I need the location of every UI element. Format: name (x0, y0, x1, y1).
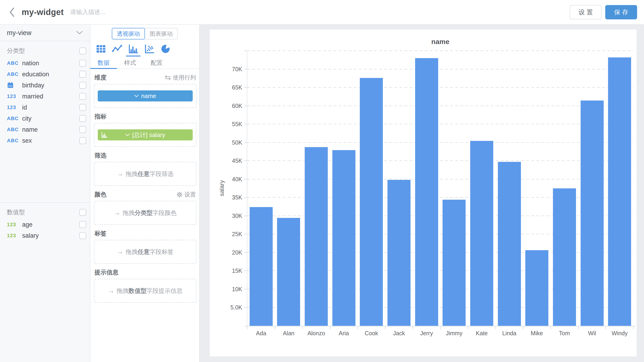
x-axis-label: Aria (330, 330, 358, 337)
filter-section-header: 筛选 (94, 152, 196, 160)
field-checkbox[interactable] (79, 137, 86, 144)
bar-Jack[interactable] (388, 180, 410, 326)
field-item-nation[interactable]: ABCnation (0, 58, 90, 69)
settings-button[interactable]: 设 置 (570, 5, 602, 19)
mode-pivot-drive[interactable]: 透视驱动 (112, 28, 145, 40)
use-rows-cols-action[interactable]: 使用行列 (164, 74, 196, 82)
y-axis-label: 55K (210, 121, 242, 128)
field-checkbox[interactable] (79, 126, 86, 133)
tab-data[interactable]: 数据 (90, 57, 117, 68)
y-axis-line (247, 51, 247, 326)
chart-type-pie[interactable] (160, 44, 171, 56)
filter-dropzone[interactable]: → 拖拽任意字段筛选 (94, 162, 196, 186)
category-select-all-checkbox[interactable] (79, 48, 86, 54)
tab-style[interactable]: 样式 (117, 57, 143, 68)
field-item-age[interactable]: 123age (0, 219, 90, 230)
text-type-icon: ABC (7, 60, 22, 66)
x-axis-tick (358, 326, 358, 329)
metric-dropzone[interactable]: [总计] salary (94, 123, 196, 147)
dimension-dropzone[interactable]: name (94, 84, 196, 108)
chart-type-table[interactable] (96, 44, 106, 56)
metric-pill-salary[interactable]: [总计] salary (98, 129, 193, 140)
bar-Cook[interactable] (360, 78, 383, 326)
y-axis-tick (244, 69, 247, 70)
chart-card: name salary 5.0K10K15K20K25K30K35K40K45K… (210, 30, 636, 356)
x-axis-label: Jack (385, 330, 413, 337)
dimension-pill-name[interactable]: name (98, 90, 193, 102)
chart-type-bar[interactable] (128, 44, 139, 56)
save-button[interactable]: 保 存 (605, 5, 637, 19)
field-checkbox[interactable] (79, 115, 86, 122)
field-checkbox[interactable] (79, 221, 86, 228)
bar-Aria[interactable] (332, 150, 356, 326)
x-axis-label: Mike (523, 330, 551, 337)
x-axis-label: Windy (606, 330, 634, 337)
numeric-type-icon: 123 (7, 233, 22, 239)
color-dropzone[interactable]: → 拖拽分类型字段颜色 (94, 201, 196, 225)
x-axis-tick (302, 326, 303, 329)
gridline (247, 87, 634, 88)
chart-type-line[interactable] (112, 44, 122, 56)
view-selector[interactable]: my-view (0, 25, 90, 41)
bar-Ada[interactable] (250, 207, 273, 326)
numeric-type-icon: 123 (7, 222, 22, 228)
mode-chart-drive[interactable]: 图表驱动 (145, 28, 178, 40)
field-checkbox[interactable] (79, 82, 86, 89)
x-axis-tick (330, 326, 330, 329)
numeric-select-all-checkbox[interactable] (79, 209, 86, 216)
bar-Kate[interactable] (470, 141, 493, 326)
tooltip-dropzone[interactable]: → 拖拽数值型字段提示信息 (94, 279, 196, 303)
x-axis-tick (606, 326, 606, 329)
color-label: 颜色 (94, 190, 106, 198)
field-item-name[interactable]: ABCname (0, 124, 90, 135)
field-label: city (22, 115, 79, 122)
y-axis-tick (244, 142, 247, 143)
field-item-city[interactable]: ABCcity (0, 113, 90, 124)
x-axis-tick (495, 326, 496, 329)
numeric-section-label: 数值型 (7, 208, 79, 216)
field-checkbox[interactable] (79, 60, 86, 67)
bar-Linda[interactable] (498, 162, 521, 326)
field-label: salary (22, 232, 79, 239)
label-dropzone-hint: → 拖拽任意字段标签 (117, 248, 174, 256)
y-axis-tick (244, 179, 247, 180)
field-item-id[interactable]: 123id (0, 102, 90, 113)
field-checkbox[interactable] (79, 93, 86, 100)
field-item-education[interactable]: ABCeducation (0, 69, 90, 80)
field-checkbox[interactable] (79, 71, 86, 78)
field-item-sex[interactable]: ABCsex (0, 135, 90, 146)
field-label: age (22, 221, 79, 228)
y-axis-tick (244, 160, 247, 161)
y-axis-label: 60K (210, 102, 242, 109)
category-section-header: 分类型 (0, 41, 90, 58)
category-field-list: ABCnationABCeducationbirthday123married1… (0, 58, 90, 146)
field-item-married[interactable]: 123married (0, 91, 90, 102)
field-label: name (22, 126, 79, 133)
x-axis-tick (468, 326, 468, 329)
color-settings-action[interactable]: 设置 (176, 191, 196, 198)
bar-Mike[interactable] (525, 250, 548, 326)
tab-config[interactable]: 配置 (143, 57, 170, 68)
field-item-salary[interactable]: 123salary (0, 230, 90, 241)
dimension-section-header: 维度 使用行列 (94, 74, 196, 82)
label-dropzone[interactable]: → 拖拽任意字段标签 (94, 240, 196, 264)
y-axis-label: 35K (210, 194, 242, 201)
label-section-header: 标签 (94, 230, 196, 238)
panel-tabs: 数据 样式 配置 (90, 57, 199, 69)
description-input[interactable] (70, 8, 167, 16)
bar-Tom[interactable] (553, 188, 576, 326)
y-axis-label: 70K (210, 66, 242, 73)
field-item-birthday[interactable]: birthday (0, 80, 90, 91)
bar-Jimmy[interactable] (442, 200, 466, 326)
bar-Alan[interactable] (277, 218, 300, 326)
bar-Jerry[interactable] (415, 58, 438, 326)
chart-type-scatter[interactable] (144, 44, 155, 56)
bar-Windy[interactable] (608, 58, 631, 326)
bar-Wil[interactable] (580, 100, 604, 326)
field-checkbox[interactable] (79, 104, 86, 111)
back-button[interactable] (7, 5, 17, 19)
gridline (247, 69, 634, 70)
bar-Alonzo[interactable] (305, 147, 328, 326)
y-axis-label: 25K (210, 231, 242, 238)
field-checkbox[interactable] (79, 232, 86, 239)
